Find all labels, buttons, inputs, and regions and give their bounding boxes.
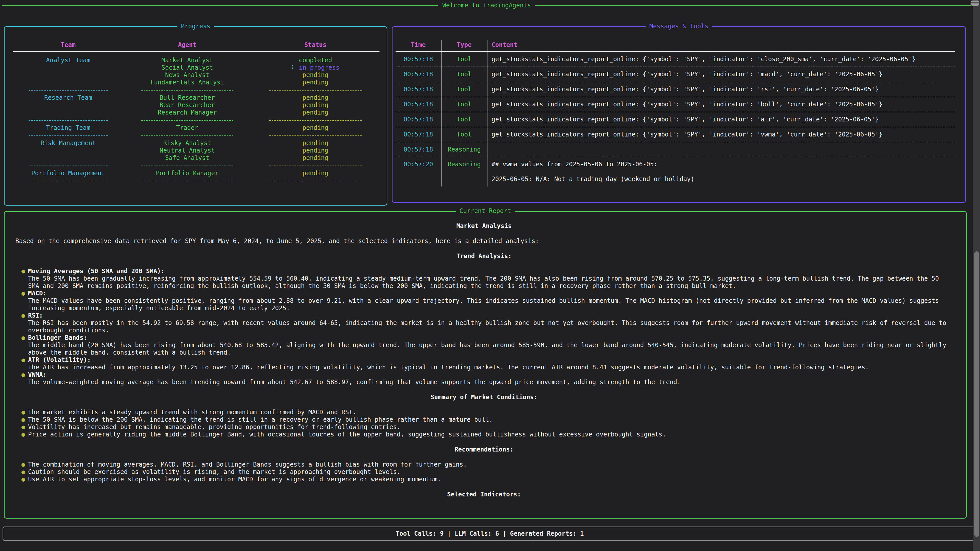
group-separator-line <box>141 90 234 91</box>
group-separator-line <box>269 135 362 136</box>
message-type: Reasoning <box>441 142 487 157</box>
message-time: 00:57:18 <box>396 67 441 82</box>
message-type: Tool <box>441 112 487 127</box>
report-body: Market Analysis Based on the comprehensi… <box>5 212 966 498</box>
report-section-heading: Selected Indicators: <box>15 491 953 498</box>
scrollbar-grip-icon[interactable] <box>970 0 979 6</box>
bullet-icon: ● <box>21 409 28 416</box>
message-time: 00:57:18 <box>396 112 441 127</box>
scrollbar-thumb[interactable] <box>974 251 979 537</box>
agent-status: pending <box>251 79 380 86</box>
group-separator-line <box>269 181 362 181</box>
report-bullet: ●ATR (Volatility): The ATR has increased… <box>21 356 953 371</box>
message-type: Tool <box>441 52 487 67</box>
bullet-icon: ● <box>21 424 28 431</box>
progress-col-header-team: Team <box>13 41 123 49</box>
report-intro: Based on the comprehensive data retrieve… <box>15 238 953 245</box>
agent-status: pending <box>251 154 380 162</box>
messages-panel-title: Messages & Tools <box>646 23 712 30</box>
progress-group-separator <box>13 116 380 124</box>
report-bullet-text: MACD: The MACD values have been consiste… <box>28 290 953 312</box>
report-bullet: ●Volatility has increased but remains ma… <box>21 424 953 431</box>
report-bullet-text: RSI: The RSI has been mostly in the 54.9… <box>28 312 953 334</box>
app-title: Welcome to TradingAgents <box>438 2 536 9</box>
group-separator-line <box>141 165 234 166</box>
agent-name: Research Manager <box>123 109 251 116</box>
report-bullet-text: The 50 SMA is below the 200 SMA, indicat… <box>28 416 953 424</box>
agent-status: ⠇in_progress <box>251 64 380 71</box>
progress-row: Research Managerpending <box>13 109 380 116</box>
group-separator-line <box>29 165 108 166</box>
header-rule-left <box>2 5 438 6</box>
progress-panel-title: Progress <box>177 23 214 30</box>
report-bullet-title: VWMA: <box>28 371 46 378</box>
message-content: get_stockstats_indicators_report_online:… <box>487 97 955 112</box>
report-bullet: ●Bollinger Bands: The middle band (20 SM… <box>21 334 953 356</box>
agent-name: Safe Analyst <box>123 154 251 162</box>
status-bar: Tool Calls: 9 | LLM Calls: 6 | Generated… <box>3 527 977 541</box>
progress-panel: Progress TeamAgentStatusAnalyst TeamMark… <box>4 26 387 206</box>
team-name: Analyst Team <box>13 57 123 64</box>
team-name <box>13 154 123 162</box>
report-bullet-text: Use ATR to set appropriate stop-loss lev… <box>28 476 953 483</box>
message-type: Tool <box>441 127 487 142</box>
agent-name: Social Analyst <box>123 64 251 71</box>
message-type: Tool <box>441 67 487 82</box>
agent-status: pending <box>251 94 380 102</box>
message-time: 00:57:18 <box>396 52 441 67</box>
report-bullet-title: Bollinger Bands: <box>28 334 87 341</box>
report-bullet-title: MACD: <box>28 290 46 297</box>
team-name: Risk Management <box>13 140 123 147</box>
progress-row: Portfolio ManagementPortfolio Managerpen… <box>13 170 380 177</box>
agent-status: pending <box>251 71 380 79</box>
report-bullet: ●The combination of moving averages, MAC… <box>21 461 953 468</box>
report-bullet-title: ATR (Volatility): <box>28 356 91 364</box>
message-content: ## vwma values from 2025-05-06 to 2025-0… <box>487 157 955 186</box>
progress-table-header: TeamAgentStatus <box>13 41 380 49</box>
message-content: get_stockstats_indicators_report_online:… <box>487 82 955 97</box>
messages-table: TimeTypeContent00:57:18Toolget_stockstat… <box>396 40 955 186</box>
bullet-icon: ● <box>21 461 28 468</box>
agent-name: News Analyst <box>123 71 251 79</box>
bullet-icon: ● <box>21 290 28 312</box>
bullet-icon: ● <box>21 312 28 334</box>
messages-col-header-time: Time <box>396 40 441 52</box>
messages-col-header-type: Type <box>441 40 487 52</box>
group-separator-line <box>141 135 234 136</box>
report-bullet: ●The market exhibits a steady upward tre… <box>21 409 953 416</box>
report-bullet-text: Bollinger Bands: The middle band (20 SMA… <box>28 334 953 356</box>
agent-name: Market Analyst <box>123 57 251 64</box>
report-bullet-text: The market exhibits a steady upward tren… <box>28 409 953 416</box>
messages-panel: Messages & Tools TimeTypeContent00:57:18… <box>392 26 966 203</box>
bullet-icon: ● <box>21 431 28 438</box>
report-bullet-text: Moving Averages (50 SMA and 200 SMA): Th… <box>28 268 953 290</box>
group-separator-line <box>29 120 108 121</box>
team-name: Trading Team <box>13 124 123 132</box>
bullet-icon: ● <box>21 468 28 476</box>
progress-group-separator <box>13 162 380 170</box>
report-sections: Trend Analysis:●Moving Averages (50 SMA … <box>15 252 953 498</box>
agent-status: pending <box>251 102 380 109</box>
progress-row: Neutral Analystpending <box>13 147 380 154</box>
agent-name: Portfolio Manager <box>123 170 251 177</box>
agent-name: Neutral Analyst <box>123 147 251 154</box>
progress-row: Research TeamBull Researcherpending <box>13 94 380 102</box>
agent-status: completed <box>251 57 380 64</box>
bullet-icon: ● <box>21 268 28 290</box>
progress-group-separator <box>13 132 380 140</box>
agent-name: Bull Researcher <box>123 94 251 102</box>
agent-status: pending <box>251 140 380 147</box>
team-name <box>13 109 123 116</box>
agent-status: pending <box>251 109 380 116</box>
team-name <box>13 71 123 79</box>
report-panel: Current Report Market Analysis Based on … <box>4 211 967 519</box>
team-name <box>13 102 123 109</box>
group-separator-line <box>141 181 234 181</box>
report-bullet: ●MACD: The MACD values have been consist… <box>21 290 953 312</box>
bullet-icon: ● <box>21 356 28 371</box>
group-separator-line <box>29 181 108 181</box>
report-panel-title: Current Report <box>456 207 514 214</box>
message-type: Tool <box>441 97 487 112</box>
progress-row: Trading TeamTraderpending <box>13 124 380 132</box>
agent-name: Bear Researcher <box>123 102 251 109</box>
